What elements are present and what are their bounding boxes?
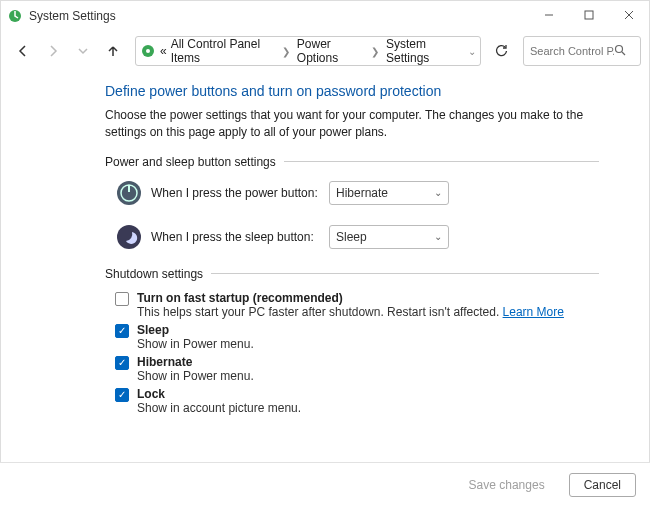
refresh-button[interactable] bbox=[487, 37, 515, 65]
sleep-button-label: When I press the sleep button: bbox=[151, 230, 321, 244]
section-label: Power and sleep button settings bbox=[105, 155, 276, 169]
option-subtitle: Show in account picture menu. bbox=[137, 401, 301, 415]
back-button[interactable] bbox=[9, 37, 37, 65]
option-subtitle: Show in Power menu. bbox=[137, 369, 254, 383]
search-icon bbox=[614, 42, 626, 60]
shutdown-option-sleep: ✓ Sleep Show in Power menu. bbox=[115, 323, 599, 351]
chevron-down-icon: ⌄ bbox=[434, 187, 442, 198]
chevron-right-icon: ❯ bbox=[371, 46, 379, 57]
power-icon bbox=[115, 179, 143, 207]
footer: Save changes Cancel bbox=[0, 462, 650, 506]
option-title: Turn on fast startup (recommended) bbox=[137, 291, 564, 305]
select-value: Hibernate bbox=[336, 186, 388, 200]
control-panel-icon bbox=[140, 43, 156, 59]
option-subtitle: Show in Power menu. bbox=[137, 337, 254, 351]
app-icon bbox=[7, 8, 23, 24]
address-bar[interactable]: « All Control Panel Items ❯ Power Option… bbox=[135, 36, 481, 66]
option-title: Hibernate bbox=[137, 355, 254, 369]
breadcrumb-item[interactable]: Power Options bbox=[297, 37, 364, 65]
checkbox[interactable] bbox=[115, 292, 129, 306]
option-title: Lock bbox=[137, 387, 301, 401]
recent-dropdown[interactable] bbox=[69, 37, 97, 65]
close-button[interactable] bbox=[609, 1, 649, 29]
shutdown-option-fast-startup: Turn on fast startup (recommended) This … bbox=[115, 291, 599, 319]
learn-more-link[interactable]: Learn More bbox=[503, 305, 564, 319]
checkbox[interactable]: ✓ bbox=[115, 388, 129, 402]
save-button[interactable]: Save changes bbox=[455, 473, 559, 497]
section-title-power-sleep: Power and sleep button settings bbox=[105, 155, 599, 169]
cancel-button[interactable]: Cancel bbox=[569, 473, 636, 497]
divider bbox=[211, 273, 599, 274]
svg-line-8 bbox=[622, 52, 625, 55]
chevron-right-icon: ❯ bbox=[282, 46, 290, 57]
checkbox[interactable]: ✓ bbox=[115, 324, 129, 338]
svg-rect-2 bbox=[585, 11, 593, 19]
sleep-button-row: When I press the sleep button: Sleep ⌄ bbox=[115, 223, 599, 251]
svg-point-7 bbox=[616, 46, 623, 53]
divider bbox=[284, 161, 599, 162]
chevron-down-icon: ⌄ bbox=[434, 231, 442, 242]
sleep-icon bbox=[115, 223, 143, 251]
power-button-select[interactable]: Hibernate ⌄ bbox=[329, 181, 449, 205]
navbar: « All Control Panel Items ❯ Power Option… bbox=[1, 31, 649, 71]
power-button-row: When I press the power button: Hibernate… bbox=[115, 179, 599, 207]
svg-point-6 bbox=[146, 49, 150, 53]
search-box[interactable] bbox=[523, 36, 641, 66]
shutdown-option-lock: ✓ Lock Show in account picture menu. bbox=[115, 387, 599, 415]
power-button-label: When I press the power button: bbox=[151, 186, 321, 200]
forward-button[interactable] bbox=[39, 37, 67, 65]
breadcrumb-item[interactable]: All Control Panel Items bbox=[171, 37, 275, 65]
option-subtitle: This helps start your PC faster after sh… bbox=[137, 305, 564, 319]
chevron-down-icon[interactable]: ⌄ bbox=[468, 46, 476, 57]
page-description: Choose the power settings that you want … bbox=[105, 107, 599, 141]
window-title: System Settings bbox=[29, 9, 116, 23]
up-button[interactable] bbox=[99, 37, 127, 65]
select-value: Sleep bbox=[336, 230, 367, 244]
checkbox[interactable]: ✓ bbox=[115, 356, 129, 370]
maximize-button[interactable] bbox=[569, 1, 609, 29]
content: Define power buttons and turn on passwor… bbox=[1, 71, 649, 415]
shutdown-option-hibernate: ✓ Hibernate Show in Power menu. bbox=[115, 355, 599, 383]
breadcrumb-item[interactable]: System Settings bbox=[386, 37, 460, 65]
breadcrumb-prefix: « bbox=[160, 44, 167, 58]
page-heading: Define power buttons and turn on passwor… bbox=[105, 83, 599, 99]
section-title-shutdown: Shutdown settings bbox=[105, 267, 599, 281]
option-title: Sleep bbox=[137, 323, 254, 337]
titlebar: System Settings bbox=[1, 1, 649, 31]
svg-point-12 bbox=[117, 225, 141, 249]
section-label: Shutdown settings bbox=[105, 267, 203, 281]
search-input[interactable] bbox=[530, 45, 614, 57]
sleep-button-select[interactable]: Sleep ⌄ bbox=[329, 225, 449, 249]
minimize-button[interactable] bbox=[529, 1, 569, 29]
